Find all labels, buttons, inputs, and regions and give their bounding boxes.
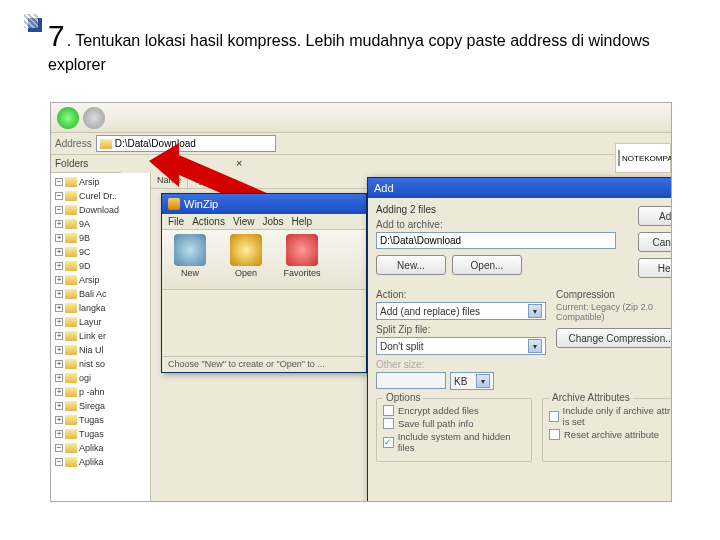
expand-icon[interactable]: − [55, 458, 63, 466]
tree-item[interactable]: +9D [55, 259, 148, 273]
expand-icon[interactable]: + [55, 388, 63, 396]
tree-item[interactable]: +Nia Ul [55, 343, 148, 357]
expand-icon[interactable]: + [55, 346, 63, 354]
folder-icon [65, 261, 77, 271]
expand-icon[interactable]: + [55, 220, 63, 228]
checkbox-icon [383, 418, 394, 429]
help-button[interactable]: Help [638, 258, 672, 278]
address-input[interactable]: D:\Data\Download [96, 135, 276, 152]
expand-icon[interactable]: + [55, 234, 63, 242]
folder-icon [65, 247, 77, 257]
menu-help[interactable]: Help [292, 216, 313, 227]
expand-icon[interactable]: − [55, 192, 63, 200]
expand-icon[interactable]: + [55, 416, 63, 424]
expand-icon[interactable]: + [55, 248, 63, 256]
action-select[interactable]: Add (and replace) files▾ [376, 302, 546, 320]
expand-icon[interactable]: + [55, 360, 63, 368]
menu-file[interactable]: File [168, 216, 184, 227]
tree-label: p -ahn [79, 387, 105, 397]
open-button[interactable]: Open... [452, 255, 522, 275]
folder-icon [65, 429, 77, 439]
expand-icon[interactable]: + [55, 276, 63, 284]
tree-label: Download [79, 205, 119, 215]
add-button[interactable]: Add [638, 206, 672, 226]
folder-icon [65, 345, 77, 355]
split-select[interactable]: Don't split▾ [376, 337, 546, 355]
expand-icon[interactable]: + [55, 402, 63, 410]
tree-item[interactable]: +Sirega [55, 399, 148, 413]
fullpath-checkbox[interactable]: Save full path info [383, 418, 525, 429]
col-name[interactable]: Name [151, 173, 188, 188]
add-titlebar[interactable]: Add ✕ [368, 178, 672, 198]
expand-icon[interactable]: + [55, 332, 63, 340]
expand-icon[interactable]: + [55, 318, 63, 326]
tool-favorites[interactable]: Favorites [280, 234, 324, 285]
tool-new[interactable]: New [168, 234, 212, 285]
archiveattr-reset-checkbox[interactable]: Reset archive attribute [549, 429, 672, 440]
forward-button[interactable] [83, 107, 105, 129]
archiveattr-only-checkbox[interactable]: Include only if archive attribute is set [549, 405, 672, 427]
tool-open-label: Open [235, 268, 257, 278]
expand-icon[interactable]: + [55, 290, 63, 298]
file-label: NOTEKOMPA... [622, 154, 672, 163]
folder-icon [65, 373, 77, 383]
tool-open[interactable]: Open [224, 234, 268, 285]
tree-item[interactable]: −Aplika [55, 441, 148, 455]
folders-pane-header: Folders [51, 155, 121, 173]
folder-icon [65, 443, 77, 453]
col-type[interactable]: Type [188, 173, 221, 188]
tree-item[interactable]: −Download [55, 203, 148, 217]
tree-item[interactable]: +Arsip [55, 273, 148, 287]
menu-actions[interactable]: Actions [192, 216, 225, 227]
tree-label: 9B [79, 233, 90, 243]
step-text: . Tentukan lokasi hasil kompress. Lebih … [48, 32, 650, 73]
tree-item[interactable]: +Tugas [55, 413, 148, 427]
tree-item[interactable]: +langka [55, 301, 148, 315]
cancel-button[interactable]: Cancel [638, 232, 672, 252]
expand-icon[interactable]: − [55, 206, 63, 214]
file-thumbnail[interactable]: NOTEKOMPA... [615, 143, 671, 173]
action-label: Action: [376, 289, 546, 300]
expand-icon[interactable]: + [55, 262, 63, 270]
encrypt-checkbox[interactable]: Encrypt added files [383, 405, 525, 416]
winzip-titlebar[interactable]: WinZip [162, 194, 366, 214]
archive-path-input[interactable] [376, 232, 616, 249]
tree-item[interactable]: +nist so [55, 357, 148, 371]
expand-icon[interactable]: − [55, 178, 63, 186]
chevron-down-icon: ▾ [528, 339, 542, 353]
hidden-checkbox[interactable]: ✓Include system and hidden files [383, 431, 525, 453]
tree-item[interactable]: +Tugas [55, 427, 148, 441]
folder-icon [65, 457, 77, 467]
folder-icon [65, 233, 77, 243]
folder-icon [65, 331, 77, 341]
folder-icon [65, 219, 77, 229]
tree-item[interactable]: −Curel Dr.. [55, 189, 148, 203]
tree-item[interactable]: +9A [55, 217, 148, 231]
tree-item[interactable]: +Layur [55, 315, 148, 329]
action-value: Add (and replace) files [380, 306, 480, 317]
tree-item[interactable]: +9C [55, 245, 148, 259]
winzip-statusbar: Choose "New" to create or "Open" to ... [162, 356, 366, 372]
menu-view[interactable]: View [233, 216, 255, 227]
expand-icon[interactable]: + [55, 374, 63, 382]
folders-close-icon[interactable]: × [236, 157, 250, 171]
back-button[interactable] [57, 107, 79, 129]
tree-item[interactable]: +Link er [55, 329, 148, 343]
tree-item[interactable]: +ogi [55, 371, 148, 385]
tree-item[interactable]: +p -ahn [55, 385, 148, 399]
tree-label: 9C [79, 247, 91, 257]
tree-item[interactable]: −Aplika [55, 455, 148, 469]
folder-tree[interactable]: −Arsip−Curel Dr..−Download+9A+9B+9C+9D+A… [51, 173, 151, 501]
new-button[interactable]: New... [376, 255, 446, 275]
tree-label: Tugas [79, 429, 104, 439]
tree-item[interactable]: +9B [55, 231, 148, 245]
menu-jobs[interactable]: Jobs [262, 216, 283, 227]
tree-item[interactable]: −Arsip [55, 175, 148, 189]
expand-icon[interactable]: + [55, 304, 63, 312]
expand-icon[interactable]: − [55, 444, 63, 452]
tree-label: Layur [79, 317, 102, 327]
tree-item[interactable]: +Bali Ac [55, 287, 148, 301]
tree-label: Arsip [79, 275, 100, 285]
change-compression-button[interactable]: Change Compression... [556, 328, 672, 348]
expand-icon[interactable]: + [55, 430, 63, 438]
